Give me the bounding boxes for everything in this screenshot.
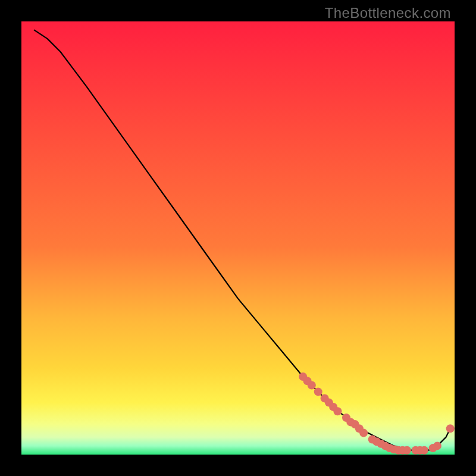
marker-dot [308, 381, 316, 390]
chart-svg [21, 21, 455, 455]
watermark-label: TheBottleneck.com [325, 5, 451, 21]
marker-dot [420, 446, 428, 455]
marker-dot [446, 424, 455, 433]
marker-dot [359, 429, 368, 437]
marker-dot [333, 407, 342, 415]
chart-stage: TheBottleneck.com [0, 0, 476, 476]
marker-dot [433, 441, 441, 450]
plot-area [21, 21, 455, 455]
marker-dot [314, 387, 322, 396]
marker-dot [403, 446, 411, 455]
